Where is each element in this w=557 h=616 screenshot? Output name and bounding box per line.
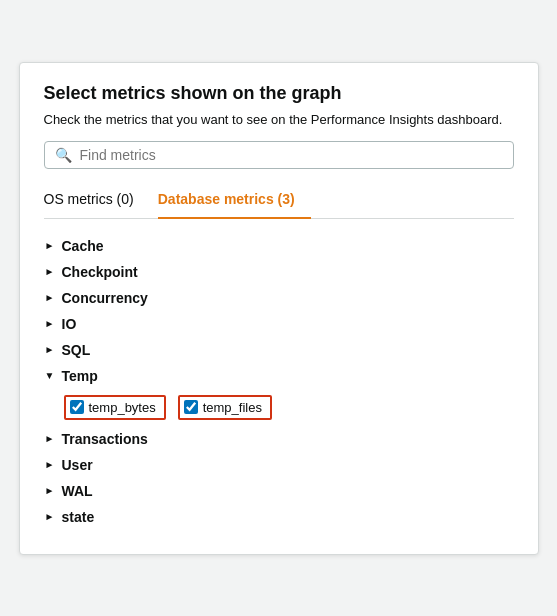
arrow-icon-transactions: ►: [44, 433, 56, 444]
metric-label-temp-files: temp_files: [203, 400, 262, 415]
tab-os-metrics[interactable]: OS metrics (0): [44, 183, 150, 219]
tree-label-transactions: Transactions: [62, 431, 148, 447]
arrow-icon-state: ►: [44, 511, 56, 522]
tree-item-io[interactable]: ► IO: [44, 311, 514, 337]
tree-item-state[interactable]: ► state: [44, 504, 514, 530]
dialog-description: Check the metrics that you want to see o…: [44, 112, 514, 127]
tabs-container: OS metrics (0) Database metrics (3): [44, 183, 514, 219]
dialog-title: Select metrics shown on the graph: [44, 83, 514, 104]
checkbox-temp-bytes[interactable]: [70, 400, 84, 414]
tree-item-temp[interactable]: ▼ Temp: [44, 363, 514, 389]
arrow-icon-wal: ►: [44, 485, 56, 496]
search-icon: 🔍: [55, 147, 72, 163]
tree-item-wal[interactable]: ► WAL: [44, 478, 514, 504]
tree-label-concurrency: Concurrency: [62, 290, 148, 306]
arrow-icon-cache: ►: [44, 240, 56, 251]
tree-item-concurrency[interactable]: ► Concurrency: [44, 285, 514, 311]
tree-label-io: IO: [62, 316, 77, 332]
arrow-icon-user: ►: [44, 459, 56, 470]
tree-label-checkpoint: Checkpoint: [62, 264, 138, 280]
tree-label-sql: SQL: [62, 342, 91, 358]
metric-label-temp-bytes: temp_bytes: [89, 400, 156, 415]
temp-metrics-row: temp_bytes temp_files: [64, 389, 514, 426]
arrow-icon-temp: ▼: [44, 370, 56, 381]
tree-label-user: User: [62, 457, 93, 473]
tree-label-temp: Temp: [62, 368, 98, 384]
arrow-icon-concurrency: ►: [44, 292, 56, 303]
metric-temp-bytes[interactable]: temp_bytes: [64, 395, 166, 420]
select-metrics-dialog: Select metrics shown on the graph Check …: [19, 62, 539, 555]
tree-item-transactions[interactable]: ► Transactions: [44, 426, 514, 452]
arrow-icon-io: ►: [44, 318, 56, 329]
tree-label-state: state: [62, 509, 95, 525]
arrow-icon-sql: ►: [44, 344, 56, 355]
arrow-icon-checkpoint: ►: [44, 266, 56, 277]
search-box: 🔍: [44, 141, 514, 169]
tree-item-sql[interactable]: ► SQL: [44, 337, 514, 363]
temp-children: temp_bytes temp_files: [44, 389, 514, 426]
tree-item-checkpoint[interactable]: ► Checkpoint: [44, 259, 514, 285]
tree-item-cache[interactable]: ► Cache: [44, 233, 514, 259]
tree-label-wal: WAL: [62, 483, 93, 499]
tab-database-metrics[interactable]: Database metrics (3): [158, 183, 311, 219]
tree-label-cache: Cache: [62, 238, 104, 254]
checkbox-temp-files[interactable]: [184, 400, 198, 414]
metrics-tree: ► Cache ► Checkpoint ► Concurrency ► IO …: [44, 233, 514, 530]
search-input[interactable]: [80, 147, 503, 163]
metric-temp-files[interactable]: temp_files: [178, 395, 272, 420]
tree-item-user[interactable]: ► User: [44, 452, 514, 478]
